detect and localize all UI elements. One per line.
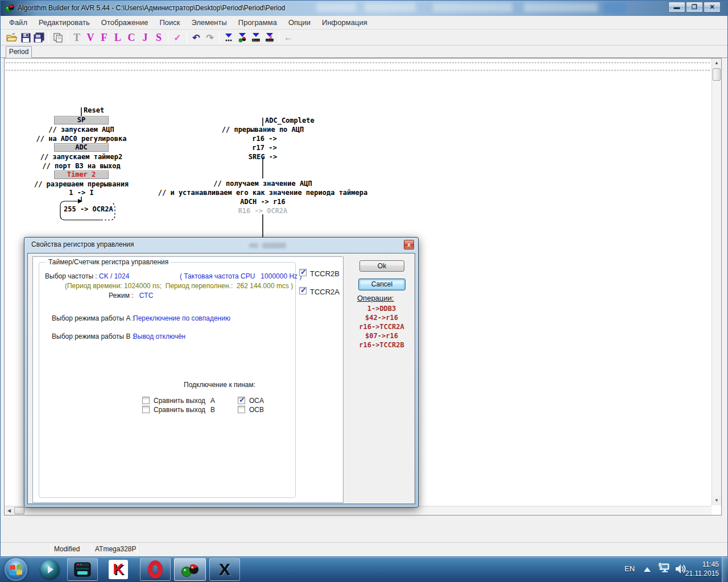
x-app-icon: X <box>219 560 230 579</box>
undo-button[interactable]: ↶ <box>189 31 203 44</box>
dialog-client: Таймер/Счетчик регистра управления Выбор… <box>27 253 415 504</box>
block-timer2[interactable]: Timer 2 <box>54 171 109 179</box>
menu-program[interactable]: Программа <box>234 16 281 28</box>
show-hidden-icons-button[interactable] <box>644 567 651 572</box>
verify-button[interactable]: ✓ <box>171 31 184 44</box>
menu-options[interactable]: Опции <box>284 16 315 28</box>
statement[interactable]: r16 -> <box>252 135 276 143</box>
comment[interactable]: // запускаем таймер2 <box>40 153 123 161</box>
maximize-button[interactable]: ❐ <box>686 2 703 13</box>
compile-button[interactable] <box>222 31 235 44</box>
mode-a-value[interactable]: Переключение по совпадению <box>133 314 230 322</box>
compile-icon <box>223 32 234 43</box>
comment[interactable]: // порт B3 на выход <box>42 163 120 170</box>
menu-view[interactable]: Отображение <box>97 16 152 28</box>
tccr2b-checkbox[interactable] <box>299 269 307 276</box>
minimize-button[interactable]: ▬ <box>668 2 685 13</box>
element-label-button[interactable]: L <box>111 31 125 44</box>
statement-selected[interactable]: R16 -> OCR2A <box>238 207 288 215</box>
compile-run-button[interactable] <box>235 31 249 44</box>
statement[interactable]: r17 -> <box>252 144 276 152</box>
menu-edit[interactable]: Редактировать <box>35 16 94 28</box>
statement[interactable]: 1 -> I <box>69 189 93 197</box>
taskbar-opera[interactable] <box>140 558 171 581</box>
screen: Algorithm Builder for AVR 5.44 - C:\User… <box>0 0 728 582</box>
frequency-row[interactable]: Выбор частоты : CK / 1024 <box>45 272 129 280</box>
redo-button[interactable]: ↷ <box>203 31 217 44</box>
network-icon[interactable] <box>657 563 671 575</box>
language-indicator[interactable]: EN <box>624 564 635 573</box>
toolbar: T V F L C J S ✓ ↶ ↷ <box>1 30 727 45</box>
comment[interactable]: // на ADC0 регулировка <box>36 135 127 143</box>
vertical-scrollbar[interactable]: ▲ ▼ <box>712 59 721 505</box>
period-note: (Период времени: 1024000 ns; Период пере… <box>65 282 293 290</box>
comment[interactable]: // разрешаем прерывания <box>34 181 129 188</box>
back-button[interactable]: ← <box>282 31 295 44</box>
scroll-up-button[interactable]: ▲ <box>712 59 721 68</box>
element-field-button[interactable]: F <box>97 31 111 44</box>
ok-button[interactable]: Ok <box>359 260 404 272</box>
dialog-close-button[interactable]: x <box>404 240 414 250</box>
save-button[interactable] <box>19 31 32 44</box>
menu-search[interactable]: Поиск <box>155 16 184 28</box>
menu-file[interactable]: Файл <box>5 16 31 28</box>
entry-label-reset[interactable]: Reset <box>84 107 104 114</box>
open-file-button[interactable] <box>5 31 19 44</box>
show-desktop-button[interactable] <box>722 557 728 582</box>
close-button[interactable]: ✕ <box>704 2 721 13</box>
scroll-left-button[interactable]: ◀ <box>5 506 14 515</box>
loop-statement[interactable]: 255 -> OCR2A <box>64 206 113 213</box>
taskbar-app-1[interactable] <box>67 558 98 581</box>
oca-label: OCA <box>249 397 264 405</box>
frequency-value[interactable]: CK / 1024 <box>99 272 129 280</box>
menu-elements[interactable]: Элементы <box>187 16 230 28</box>
taskbar-kaspersky[interactable]: K <box>106 559 131 580</box>
statement[interactable]: ADCH -> r16 <box>240 198 285 206</box>
save-all-button[interactable] <box>32 31 46 44</box>
verify-chip-button[interactable] <box>263 31 276 44</box>
program-chip-button[interactable] <box>249 31 263 44</box>
clock[interactable]: 11:45 21.11.2015 <box>685 560 719 578</box>
menu-info[interactable]: Информация <box>318 16 371 28</box>
mode-value[interactable]: CTC <box>139 292 154 300</box>
status-bar: Modified ATmega328P <box>1 542 727 555</box>
horizontal-scroll-thumb[interactable] <box>14 507 24 514</box>
toolbar-separator <box>219 32 220 43</box>
title-bar: Algorithm Builder for AVR 5.44 - C:\User… <box>1 1 727 16</box>
toolbar-separator <box>279 32 279 43</box>
block-adc[interactable]: ADC <box>54 143 109 152</box>
comment[interactable]: // запускаем АЦП <box>48 126 114 134</box>
statement[interactable]: SREG -> <box>249 153 278 161</box>
mode-row[interactable]: Режим : CTC <box>109 292 153 300</box>
start-button[interactable] <box>5 558 27 581</box>
copy-button[interactable] <box>51 31 65 44</box>
element-jump-button[interactable]: J <box>138 31 152 44</box>
background-window-ghost <box>316 3 356 12</box>
comment[interactable]: // получаем значение АЦП <box>213 180 312 188</box>
taskbar-algorithm-builder[interactable] <box>174 558 206 581</box>
taskbar-app-x[interactable]: X <box>209 558 240 581</box>
compare-output-b-checkbox[interactable] <box>142 406 150 413</box>
scroll-down-button[interactable]: ▼ <box>712 496 721 505</box>
cancel-button[interactable]: Cancel <box>358 278 406 290</box>
compare-output-a-checkbox[interactable] <box>142 397 150 404</box>
block-sp[interactable]: SP <box>54 116 109 124</box>
tccr2a-checkbox[interactable] <box>299 287 307 294</box>
operation-line: $07->r16 <box>344 331 419 340</box>
mode-b-value[interactable]: Вывод отключён <box>133 332 185 340</box>
element-vertex-button[interactable]: V <box>84 31 97 44</box>
tray-time: 11:45 <box>685 560 719 569</box>
entry-label-adc-complete[interactable]: ADC_Complete <box>265 117 315 124</box>
element-setter-button[interactable]: S <box>152 31 166 44</box>
ocb-checkbox[interactable] <box>238 406 245 413</box>
comment[interactable]: // и устанавливаем его как значение пери… <box>158 189 367 197</box>
menu-bar: Файл Редактировать Отображение Поиск Эле… <box>1 16 727 30</box>
taskbar-media-player[interactable] <box>39 559 61 580</box>
tab-period[interactable]: Period <box>6 46 32 58</box>
vertical-scroll-thumb[interactable] <box>713 68 721 81</box>
copy-pages-icon <box>53 32 63 43</box>
element-condition-button[interactable]: C <box>125 31 138 44</box>
oca-checkbox[interactable] <box>238 397 245 404</box>
element-text-button[interactable]: T <box>70 31 84 44</box>
comment[interactable]: // прерывание по АЦП <box>222 126 304 134</box>
